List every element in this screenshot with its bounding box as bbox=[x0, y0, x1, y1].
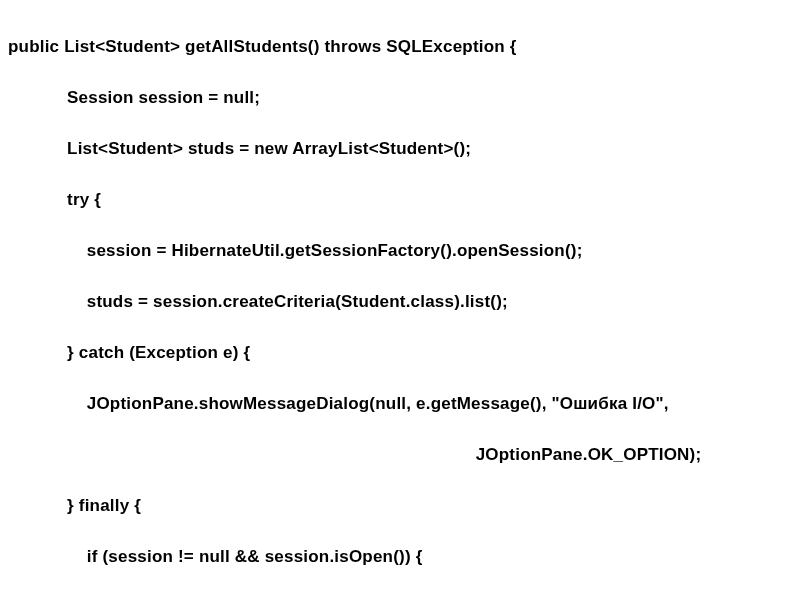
code-line: session.close(); bbox=[8, 595, 792, 601]
code-line: } catch (Exception e) { bbox=[8, 340, 792, 366]
code-line: Session session = null; bbox=[8, 85, 792, 111]
code-line: studs = session.createCriteria(Student.c… bbox=[8, 289, 792, 315]
code-line: public List<Student> getAllStudents() th… bbox=[8, 34, 792, 60]
code-line: try { bbox=[8, 187, 792, 213]
code-line: JOptionPane.showMessageDialog(null, e.ge… bbox=[8, 391, 792, 417]
code-line: if (session != null && session.isOpen())… bbox=[8, 544, 792, 570]
code-line: } finally { bbox=[8, 493, 792, 519]
code-line: List<Student> studs = new ArrayList<Stud… bbox=[8, 136, 792, 162]
code-line: JOptionPane.OK_OPTION); bbox=[8, 442, 792, 468]
code-block: public List<Student> getAllStudents() th… bbox=[0, 0, 800, 600]
code-line: session = HibernateUtil.getSessionFactor… bbox=[8, 238, 792, 264]
